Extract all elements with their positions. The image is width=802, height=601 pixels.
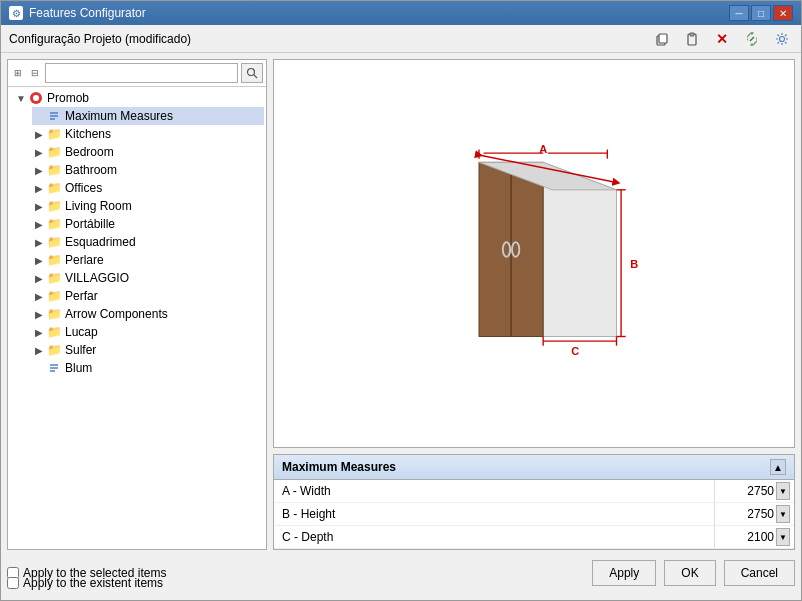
properties-panel: Maximum Measures ▲ A - Width ▼ B - Heigh… xyxy=(273,454,795,550)
title-bar: ⚙ Features Configurator ─ □ ✕ xyxy=(1,1,801,25)
depth-label: C - Depth xyxy=(274,526,714,548)
apply-existent-checkbox-2[interactable]: Apply to the existent items xyxy=(7,576,163,590)
perlare-icon: 📁 xyxy=(46,252,62,268)
height-label: B - Height xyxy=(274,503,714,525)
collapse-all-icon[interactable]: ⊟ xyxy=(28,66,42,80)
arrow-toggle[interactable]: ▶ xyxy=(32,307,46,321)
tree-item-offices[interactable]: ▶ 📁 Offices xyxy=(32,179,264,197)
app-icon: ⚙ xyxy=(9,6,23,20)
svg-text:B: B xyxy=(630,257,638,269)
blum-label: Blum xyxy=(65,361,92,375)
svg-point-4 xyxy=(780,36,785,41)
width-dropdown-button[interactable]: ▼ xyxy=(776,482,790,500)
search-input[interactable] xyxy=(45,63,238,83)
bedroom-toggle[interactable]: ▶ xyxy=(32,145,46,159)
apply-existent-input[interactable] xyxy=(7,577,19,589)
depth-value: ▼ xyxy=(714,526,794,548)
bathroom-icon: 📁 xyxy=(46,162,62,178)
svg-line-6 xyxy=(254,75,257,78)
kitchens-toggle[interactable]: ▶ xyxy=(32,127,46,141)
tree-item-bathroom[interactable]: ▶ 📁 Bathroom xyxy=(32,161,264,179)
arrow-label: Arrow Components xyxy=(65,307,168,321)
lr-toggle[interactable]: ▶ xyxy=(32,199,46,213)
property-row-width: A - Width ▼ xyxy=(274,480,794,503)
portabille-label: Portábille xyxy=(65,217,115,231)
width-label: A - Width xyxy=(274,480,714,502)
menu-bar: Configuração Projeto (modificado) ✕ xyxy=(1,25,801,53)
left-panel: ⊞ ⊟ ▼ Promob xyxy=(7,59,267,550)
tree-item-lucap[interactable]: ▶ 📁 Lucap xyxy=(32,323,264,341)
cabinet-preview: A B C xyxy=(424,144,644,364)
offices-toggle[interactable]: ▶ xyxy=(32,181,46,195)
tree-item-esquadrimed[interactable]: ▶ 📁 Esquadrimed xyxy=(32,233,264,251)
copy-button[interactable] xyxy=(651,28,673,50)
lr-label: Living Room xyxy=(65,199,132,213)
lucap-icon: 📁 xyxy=(46,324,62,340)
preview-area: A B C xyxy=(273,59,795,448)
tree-item-promob[interactable]: ▼ Promob xyxy=(14,89,264,107)
property-row-height: B - Height ▼ xyxy=(274,503,794,526)
collapse-button[interactable]: ▲ xyxy=(770,459,786,475)
portabille-toggle[interactable]: ▶ xyxy=(32,217,46,231)
bathroom-toggle[interactable]: ▶ xyxy=(32,163,46,177)
sulfer-toggle[interactable]: ▶ xyxy=(32,343,46,357)
lucap-label: Lucap xyxy=(65,325,98,339)
main-row: ⊞ ⊟ ▼ Promob xyxy=(7,59,795,550)
kitchens-label: Kitchens xyxy=(65,127,111,141)
paste-button[interactable] xyxy=(681,28,703,50)
sulfer-label: Sulfer xyxy=(65,343,96,357)
apply-existent-label: Apply to the existent items xyxy=(23,576,163,590)
esq-toggle[interactable]: ▶ xyxy=(32,235,46,249)
minimize-button[interactable]: ─ xyxy=(729,5,749,21)
esq-icon: 📁 xyxy=(46,234,62,250)
link-button[interactable] xyxy=(741,28,763,50)
close-button[interactable]: ✕ xyxy=(773,5,793,21)
tree-item-kitchens[interactable]: ▶ 📁 Kitchens xyxy=(32,125,264,143)
promob-toggle[interactable]: ▼ xyxy=(14,91,28,105)
svg-rect-3 xyxy=(690,33,694,36)
mm-label: Maximum Measures xyxy=(65,109,173,123)
content-area: ⊞ ⊟ ▼ Promob xyxy=(1,53,801,600)
tree-item-blum[interactable]: Blum xyxy=(32,359,264,377)
promob-label: Promob xyxy=(47,91,89,105)
tree-item-bedroom[interactable]: ▶ 📁 Bedroom xyxy=(32,143,264,161)
depth-dropdown-button[interactable]: ▼ xyxy=(776,528,790,546)
tree-item-perlare[interactable]: ▶ 📁 Perlare xyxy=(32,251,264,269)
villaggio-toggle[interactable]: ▶ xyxy=(32,271,46,285)
tree-item-sulfer[interactable]: ▶ 📁 Sulfer xyxy=(32,341,264,359)
svg-text:C: C xyxy=(571,344,579,356)
svg-point-5 xyxy=(248,69,255,76)
promob-icon xyxy=(28,90,44,106)
delete-button[interactable]: ✕ xyxy=(711,28,733,50)
lr-icon: 📁 xyxy=(46,198,62,214)
depth-input[interactable] xyxy=(719,530,774,544)
maximize-button[interactable]: □ xyxy=(751,5,771,21)
config-label: Configuração Projeto (modificado) xyxy=(9,32,191,46)
offices-icon: 📁 xyxy=(46,180,62,196)
tree-item-portabille[interactable]: ▶ 📁 Portábille xyxy=(32,215,264,233)
height-input[interactable] xyxy=(719,507,774,521)
expand-all-icon[interactable]: ⊞ xyxy=(11,66,25,80)
width-input[interactable] xyxy=(719,484,774,498)
blum-spacer xyxy=(32,361,46,375)
tree-item-arrow-components[interactable]: ▶ 📁 Arrow Components xyxy=(32,305,264,323)
search-button[interactable] xyxy=(241,63,263,83)
portabille-icon: 📁 xyxy=(46,216,62,232)
tree-item-maximum-measures[interactable]: Maximum Measures xyxy=(32,107,264,125)
tree-item-perfar[interactable]: ▶ 📁 Perfar xyxy=(32,287,264,305)
perfar-label: Perfar xyxy=(65,289,98,303)
tree-item-villaggio[interactable]: ▶ 📁 VILLAGGIO xyxy=(32,269,264,287)
mm-icon xyxy=(46,108,62,124)
settings-button[interactable] xyxy=(771,28,793,50)
tree-area: ▼ Promob xyxy=(8,87,266,549)
villaggio-label: VILLAGGIO xyxy=(65,271,129,285)
perlare-toggle[interactable]: ▶ xyxy=(32,253,46,267)
perfar-toggle[interactable]: ▶ xyxy=(32,289,46,303)
tree-item-living-room[interactable]: ▶ 📁 Living Room xyxy=(32,197,264,215)
kitchens-icon: 📁 xyxy=(46,126,62,142)
window-controls: ─ □ ✕ xyxy=(729,5,793,21)
height-dropdown-button[interactable]: ▼ xyxy=(776,505,790,523)
offices-label: Offices xyxy=(65,181,102,195)
window-title: Features Configurator xyxy=(29,6,723,20)
lucap-toggle[interactable]: ▶ xyxy=(32,325,46,339)
